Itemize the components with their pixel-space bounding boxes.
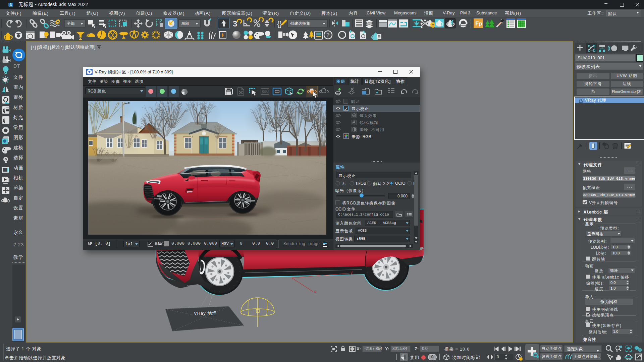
svg-text:y: y — [351, 270, 353, 275]
svg-text:创建选择集: 创建选择集 — [290, 21, 310, 26]
svg-text:SUV 013_001: SUV 013_001 — [578, 55, 605, 60]
svg-text:3: 3 — [233, 19, 237, 28]
svg-text:{}: {} — [277, 19, 282, 28]
svg-text:50%: 50% — [262, 90, 269, 94]
svg-text:局部: 局部 — [181, 21, 189, 26]
svg-text:3: 3 — [10, 3, 12, 7]
svg-text:x: x — [314, 289, 316, 294]
svg-text:Fp: Fp — [475, 20, 482, 27]
svg-text:?: ? — [326, 32, 329, 38]
svg-text:全部: 全部 — [67, 21, 75, 26]
